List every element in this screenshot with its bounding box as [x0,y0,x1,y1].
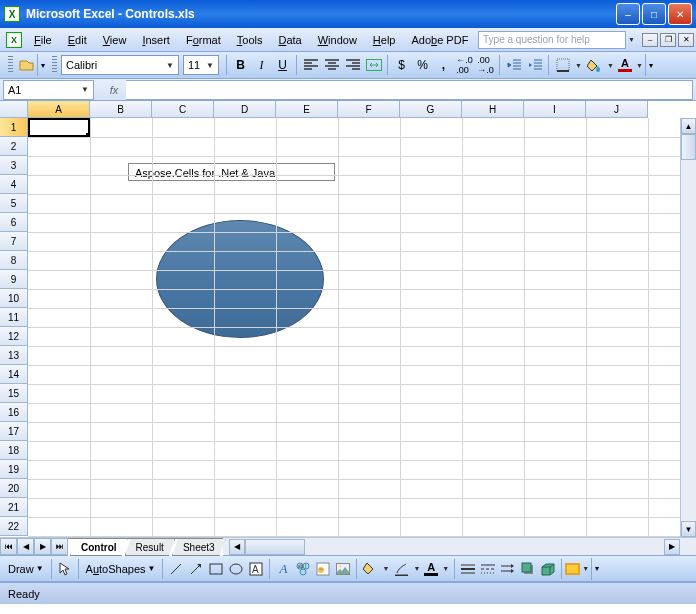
underline-button[interactable]: U [272,55,293,76]
row-header-11[interactable]: 11 [0,308,28,327]
dfont-dropdown[interactable]: ▼ [440,565,451,572]
align-left-button[interactable] [300,55,321,76]
row-header-22[interactable]: 22 [0,517,28,536]
row-header-4[interactable]: 4 [0,175,28,194]
row-header-10[interactable]: 10 [0,289,28,308]
menu-adobe-pdf[interactable]: Adobe PDF [403,32,476,48]
row-header-18[interactable]: 18 [0,441,28,460]
col-header-I[interactable]: I [524,101,586,118]
increase-indent-button[interactable] [524,55,545,76]
menu-view[interactable]: View [95,32,135,48]
borders-dropdown[interactable]: ▼ [573,62,584,69]
mdi-minimize[interactable]: – [642,33,658,47]
name-box[interactable]: A1▼ [3,80,94,100]
draw-expand[interactable]: ▾ [591,558,602,580]
row-header-7[interactable]: 7 [0,232,28,251]
row-header-9[interactable]: 9 [0,270,28,289]
tab-prev-button[interactable]: ◀ [17,538,34,555]
dline-dropdown[interactable]: ▼ [411,565,422,572]
sheet-tab-result[interactable]: Result [125,539,175,556]
row-header-1[interactable]: 1 [0,118,28,137]
picture-icon[interactable] [333,559,353,579]
line-icon[interactable] [166,559,186,579]
horizontal-scrollbar[interactable]: ◀ ▶ [229,538,680,555]
row-header-13[interactable]: 13 [0,346,28,365]
row-header-12[interactable]: 12 [0,327,28,346]
excel-icon-small[interactable] [6,32,22,48]
row-header-6[interactable]: 6 [0,213,28,232]
row-header-5[interactable]: 5 [0,194,28,213]
merge-center-button[interactable] [363,55,384,76]
clipart-icon[interactable] [313,559,333,579]
draw-font-color[interactable]: A [422,560,440,578]
textbox-shape[interactable]: Aspose.Cells for .Net & Java [128,163,335,181]
formatting-expand[interactable]: ▾ [645,54,656,76]
question-dropdown[interactable]: ▼ [626,36,637,43]
scroll-right-button[interactable]: ▶ [664,539,680,555]
scroll-up-button[interactable]: ▲ [681,118,696,134]
rectangle-icon[interactable] [206,559,226,579]
row-header-21[interactable]: 21 [0,498,28,517]
align-right-button[interactable] [342,55,363,76]
font-color-dropdown[interactable]: ▼ [634,62,645,69]
line-style-icon[interactable] [458,559,478,579]
minimize-button[interactable]: – [616,3,640,25]
tab-first-button[interactable]: ⏮ [0,538,17,555]
active-cell[interactable] [28,118,90,137]
standard-expand[interactable]: ▾ [37,54,48,76]
col-header-J[interactable]: J [586,101,648,118]
toolbar-grip[interactable] [8,56,13,74]
line-color-icon[interactable] [391,559,411,579]
comma-button[interactable]: , [433,55,454,76]
percent-button[interactable]: % [412,55,433,76]
font-color-button[interactable]: A [616,56,634,74]
maximize-button[interactable]: □ [642,3,666,25]
col-header-C[interactable]: C [152,101,214,118]
decrease-indent-button[interactable] [503,55,524,76]
bold-button[interactable]: B [230,55,251,76]
sheet-tab-sheet3[interactable]: Sheet3 [172,539,226,556]
swatch-dropdown[interactable]: ▼ [580,565,591,572]
wordart-icon[interactable]: A [273,559,293,579]
scroll-down-button[interactable]: ▼ [681,521,696,537]
currency-button[interactable]: $ [391,55,412,76]
arrow-style-icon[interactable] [498,559,518,579]
row-header-20[interactable]: 20 [0,479,28,498]
tab-next-button[interactable]: ▶ [34,538,51,555]
oval-shape[interactable] [156,220,324,338]
col-header-A[interactable]: A [28,101,90,118]
hscroll-thumb[interactable] [245,539,305,555]
row-header-16[interactable]: 16 [0,403,28,422]
oval-icon[interactable] [226,559,246,579]
ask-question-box[interactable]: Type a question for help [478,31,626,49]
col-header-G[interactable]: G [400,101,462,118]
select-objects-icon[interactable] [55,559,75,579]
three-d-icon[interactable] [538,559,558,579]
dfill-dropdown[interactable]: ▼ [380,565,391,572]
formula-input[interactable] [126,80,693,100]
menu-format[interactable]: Format [178,32,229,48]
open-icon[interactable] [17,55,37,75]
row-header-2[interactable]: 2 [0,137,28,156]
sheet-tab-control[interactable]: Control [70,539,128,556]
draw-menu[interactable]: Draw ▼ [4,561,48,577]
fill-color-icon[interactable] [360,559,380,579]
col-header-H[interactable]: H [462,101,524,118]
fill-swatch[interactable] [565,563,580,575]
cells[interactable]: Aspose.Cells for .Net & Java [28,118,680,537]
menu-tools[interactable]: Tools [229,32,271,48]
textbox-icon[interactable]: A [246,559,266,579]
fx-icon[interactable]: fx [102,84,126,96]
menu-window[interactable]: Window [310,32,365,48]
col-header-D[interactable]: D [214,101,276,118]
row-header-15[interactable]: 15 [0,384,28,403]
row-header-8[interactable]: 8 [0,251,28,270]
menu-insert[interactable]: Insert [134,32,178,48]
scroll-left-button[interactable]: ◀ [229,539,245,555]
menu-data[interactable]: Data [270,32,309,48]
col-header-E[interactable]: E [276,101,338,118]
row-header-17[interactable]: 17 [0,422,28,441]
menu-file[interactable]: File [26,32,60,48]
mdi-close[interactable]: ✕ [678,33,694,47]
dash-style-icon[interactable] [478,559,498,579]
